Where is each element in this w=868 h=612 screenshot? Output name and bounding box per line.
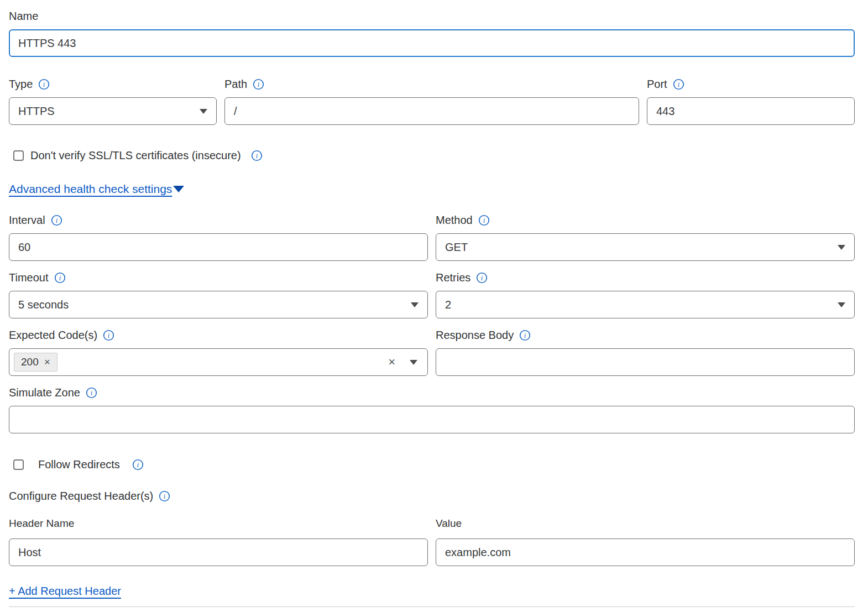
name-label: Name [9, 10, 38, 23]
ssl-verify-label: Don't verify SSL/TLS certificates (insec… [30, 149, 241, 162]
expected-codes-multiselect[interactable]: 200 × × [9, 348, 428, 376]
caret-down-icon[interactable] [410, 360, 417, 365]
header-value-field: Value [436, 517, 855, 566]
method-label: Method [436, 214, 473, 227]
info-icon[interactable]: i [103, 329, 114, 341]
type-field: Type i HTTPS [9, 78, 217, 125]
advanced-settings-link[interactable]: Advanced health check settings [9, 182, 184, 196]
expected-codes-label: Expected Code(s) [9, 329, 97, 342]
caret-down-icon [838, 245, 845, 250]
path-label: Path [224, 78, 247, 91]
request-headers-heading-row: Configure Request Header(s) i [9, 490, 855, 503]
svg-text:i: i [255, 152, 258, 160]
retries-label: Retries [436, 271, 470, 284]
svg-text:i: i [91, 389, 93, 397]
header-value-input[interactable] [436, 538, 855, 566]
info-icon[interactable]: i [159, 490, 170, 502]
tag-remove-icon[interactable]: × [44, 356, 50, 368]
info-icon[interactable]: i [519, 329, 531, 341]
svg-text:i: i [59, 274, 61, 282]
retries-select-value: 2 [445, 299, 838, 311]
retries-field: Retries i 2 [436, 271, 855, 318]
svg-text:i: i [524, 332, 526, 339]
clear-icon[interactable]: × [388, 356, 395, 368]
caret-down-icon [411, 302, 419, 307]
response-body-field: Response Body i [436, 329, 855, 376]
caret-down-icon [838, 302, 845, 307]
type-select-value: HTTPS [18, 105, 200, 118]
method-field: Method i GET [436, 214, 855, 261]
follow-redirects-label: Follow Redirects [38, 458, 120, 471]
response-body-input[interactable] [436, 348, 855, 376]
info-icon[interactable]: i [478, 215, 490, 226]
timeout-select-value: 5 seconds [18, 299, 411, 311]
section-divider [9, 606, 855, 607]
port-field: Port i [647, 78, 855, 125]
caret-down-icon [200, 109, 207, 114]
svg-text:i: i [55, 217, 57, 224]
info-icon[interactable]: i [86, 387, 97, 399]
simulate-zone-label: Simulate Zone [9, 386, 80, 399]
info-icon[interactable]: i [251, 150, 263, 161]
follow-redirects-row: Follow Redirects i [9, 458, 855, 471]
svg-text:i: i [164, 493, 166, 500]
info-icon[interactable]: i [132, 459, 144, 470]
follow-redirects-checkbox[interactable] [13, 459, 24, 470]
expected-code-tag: 200 × [14, 353, 57, 372]
type-label: Type [9, 78, 33, 91]
path-field: Path i [224, 78, 639, 125]
response-body-label: Response Body [436, 329, 514, 342]
svg-text:i: i [677, 81, 679, 88]
add-request-header-link-label: + Add Request Header [9, 585, 121, 598]
timeout-select[interactable]: 5 seconds [9, 291, 428, 318]
method-select[interactable]: GET [436, 233, 855, 261]
method-select-value: GET [445, 241, 838, 254]
svg-text:i: i [481, 274, 483, 282]
header-name-label: Header Name [9, 517, 428, 530]
request-headers-heading: Configure Request Header(s) [9, 490, 153, 503]
simulate-zone-field: Simulate Zone i [9, 386, 855, 433]
health-check-form: Name Type i HTTPS Path i [0, 0, 868, 612]
expected-codes-field: Expected Code(s) i 200 × × [9, 329, 428, 376]
expected-code-tag-value: 200 [21, 356, 39, 368]
name-label-row: Name [9, 10, 855, 23]
port-label: Port [647, 78, 667, 91]
add-request-header-link[interactable]: + Add Request Header [9, 585, 121, 598]
type-select[interactable]: HTTPS [9, 97, 217, 125]
header-name-input[interactable] [9, 538, 428, 566]
svg-text:i: i [43, 81, 45, 88]
simulate-zone-input[interactable] [9, 406, 855, 433]
svg-text:i: i [483, 217, 485, 224]
name-input[interactable] [9, 29, 855, 57]
port-input[interactable] [647, 97, 855, 125]
ssl-verify-row: Don't verify SSL/TLS certificates (insec… [9, 149, 855, 162]
info-icon[interactable]: i [38, 79, 50, 90]
info-icon[interactable]: i [253, 79, 264, 90]
svg-text:i: i [137, 461, 139, 469]
path-input[interactable] [224, 97, 639, 125]
timeout-label: Timeout [9, 271, 49, 284]
request-header-row: Header Name Value [9, 517, 855, 566]
advanced-settings-link-label: Advanced health check settings [9, 182, 172, 196]
interval-field: Interval i [9, 214, 428, 261]
interval-input[interactable] [9, 233, 428, 261]
header-name-field: Header Name [9, 517, 428, 566]
timeout-field: Timeout i 5 seconds [9, 271, 428, 318]
svg-text:i: i [258, 81, 260, 88]
info-icon[interactable]: i [673, 79, 684, 90]
header-value-label: Value [436, 517, 855, 530]
interval-label: Interval [9, 214, 45, 227]
caret-down-icon [173, 186, 184, 192]
info-icon[interactable]: i [476, 272, 488, 284]
retries-select[interactable]: 2 [436, 291, 855, 318]
svg-text:i: i [108, 332, 110, 339]
ssl-verify-checkbox[interactable] [13, 150, 24, 161]
info-icon[interactable]: i [51, 215, 62, 226]
info-icon[interactable]: i [54, 272, 66, 284]
